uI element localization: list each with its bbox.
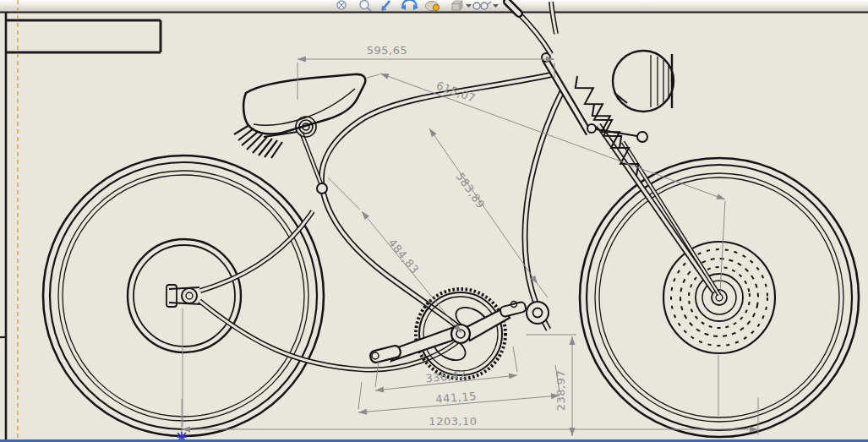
frame-dropout-tab [527,302,549,324]
view-toolbar[interactable] [0,0,868,12]
zoom-to-fit-icon[interactable] [337,1,346,9]
front-disc-rotor [663,242,775,353]
dimension-label: 238,97 [554,370,567,412]
crank-spindle [451,325,470,343]
dimension-label: 1203,10 [429,415,477,428]
headlight[interactable] [613,51,674,112]
seat-clamp [317,183,327,194]
cad-viewport[interactable]: 595,65 615,07 583,89 484,83 336,42 [0,0,868,442]
dimension-label: 595,65 [367,44,408,57]
